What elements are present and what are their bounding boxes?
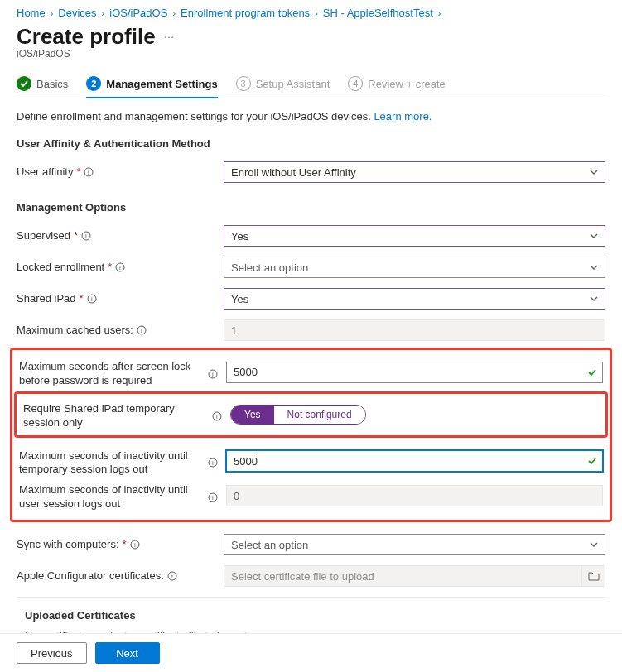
- select-value: Enroll without User Affinity: [231, 166, 356, 179]
- wizard-footer: Previous Next: [0, 633, 622, 672]
- section-user-affinity: User Affinity & Authentication Method: [17, 137, 605, 150]
- select-value: Yes: [231, 293, 248, 305]
- upload-cert-file[interactable]: Select certificate file to upload: [224, 565, 605, 587]
- label-user-affinity: User affinity* i: [17, 166, 224, 180]
- previous-button[interactable]: Previous: [17, 642, 87, 664]
- label-max-inactive-temp: Maximum seconds of inactivity until temp…: [19, 446, 226, 478]
- label-max-inactive-user: Maximum seconds of inactivity until user…: [19, 480, 226, 511]
- select-shared-ipad[interactable]: Yes: [224, 288, 605, 310]
- input-value: 5000: [234, 455, 258, 468]
- tab-management-settings[interactable]: 2 Management Settings: [86, 76, 217, 98]
- select-supervised[interactable]: Yes: [224, 225, 605, 247]
- svg-text:i: i: [216, 413, 218, 420]
- chevron-down-icon: [590, 168, 598, 176]
- crumb-ios[interactable]: iOS/iPadOS: [109, 7, 167, 19]
- info-icon[interactable]: i: [87, 294, 97, 304]
- chevron-down-icon: [590, 540, 598, 549]
- page-title: Create profile: [17, 24, 156, 50]
- label-require-temp-session: Require Shared iPad temporary session on…: [23, 399, 230, 430]
- label-locked-enrollment: Locked enrollment* i: [17, 261, 224, 275]
- input-value: 1: [231, 324, 237, 337]
- chevron-down-icon: [590, 232, 598, 240]
- svg-text:i: i: [91, 295, 93, 303]
- section-management-options: Management Options: [17, 201, 605, 214]
- upload-placeholder: Select certificate file to upload: [231, 570, 374, 583]
- check-icon: [17, 76, 31, 91]
- select-sync-with-computers[interactable]: Select an option: [224, 534, 605, 555]
- text-cursor: [258, 455, 258, 468]
- info-icon[interactable]: i: [208, 492, 218, 502]
- label-sync-with-computers: Sync with computers:* i: [17, 538, 224, 552]
- chevron-right-icon: ›: [51, 8, 54, 18]
- toggle-require-temp-session[interactable]: Yes Not configured: [230, 405, 366, 425]
- input-max-inactive-user[interactable]: 0: [226, 485, 603, 506]
- input-value: 5000: [234, 366, 258, 378]
- svg-text:i: i: [171, 573, 173, 580]
- info-icon[interactable]: i: [137, 325, 147, 335]
- svg-text:i: i: [85, 233, 87, 240]
- info-icon[interactable]: i: [115, 262, 125, 272]
- label-supervised: Supervised* i: [17, 229, 224, 243]
- label-max-cached-users: Maximum cached users: i: [17, 324, 224, 338]
- svg-text:i: i: [212, 459, 214, 467]
- crumb-home[interactable]: Home: [17, 7, 46, 19]
- info-icon[interactable]: i: [167, 571, 177, 581]
- highlighted-settings: Maximum seconds after screen lock before…: [10, 348, 612, 522]
- label-max-seconds-after-lock: Maximum seconds after screen lock before…: [19, 357, 226, 388]
- svg-text:i: i: [212, 494, 214, 502]
- select-value: Select an option: [231, 539, 308, 551]
- input-max-seconds-after-lock[interactable]: 5000: [226, 362, 603, 383]
- input-value: 0: [234, 490, 239, 502]
- svg-text:i: i: [89, 169, 90, 176]
- label-shared-ipad: Shared iPad* i: [17, 292, 224, 306]
- tab-basics[interactable]: Basics: [17, 76, 68, 98]
- tab-setup-assistant[interactable]: 3 Setup Assistant: [236, 76, 330, 98]
- toggle-option-not-configured[interactable]: Not configured: [274, 406, 365, 424]
- label-apple-configurator-certs: Apple Configurator certificates: i: [17, 569, 224, 583]
- valid-check-icon: [587, 456, 597, 466]
- crumb-tokens[interactable]: Enrollment program tokens: [181, 7, 310, 19]
- input-max-inactive-temp[interactable]: 5000: [226, 450, 603, 472]
- crumb-sh[interactable]: SH - AppleSelfhostTest: [323, 7, 433, 19]
- svg-text:i: i: [212, 371, 214, 378]
- chevron-down-icon: [590, 295, 598, 303]
- svg-text:i: i: [119, 264, 121, 271]
- info-icon[interactable]: i: [81, 231, 91, 241]
- page-subtitle: iOS/iPadOS: [17, 48, 605, 60]
- input-max-cached-users[interactable]: 1: [224, 319, 605, 341]
- svg-text:i: i: [134, 541, 136, 549]
- tab-review-create[interactable]: 4 Review + create: [348, 76, 446, 98]
- chevron-right-icon: ›: [172, 8, 176, 18]
- description-text: Define enrollment and management setting…: [17, 110, 374, 122]
- chevron-down-icon: [590, 263, 598, 271]
- learn-more-link[interactable]: Learn more.: [374, 110, 432, 122]
- info-icon[interactable]: i: [212, 411, 222, 421]
- info-icon[interactable]: i: [84, 167, 94, 177]
- select-user-affinity[interactable]: Enroll without User Affinity: [224, 161, 605, 183]
- breadcrumb: Home› Devices› iOS/iPadOS› Enrollment pr…: [17, 7, 605, 19]
- step-number-icon: 4: [348, 76, 363, 91]
- folder-icon[interactable]: [581, 566, 605, 586]
- info-icon[interactable]: i: [208, 458, 218, 468]
- select-value: Select an option: [231, 262, 308, 274]
- tab-label: Review + create: [368, 78, 446, 90]
- step-number-icon: 3: [236, 76, 251, 91]
- info-icon[interactable]: i: [130, 540, 140, 550]
- toggle-option-yes[interactable]: Yes: [231, 406, 274, 424]
- select-locked-enrollment[interactable]: Select an option: [224, 257, 605, 278]
- select-value: Yes: [231, 230, 248, 242]
- wizard-tabs: Basics 2 Management Settings 3 Setup Ass…: [17, 76, 605, 98]
- highlighted-temp-session: Require Shared iPad temporary session on…: [14, 391, 608, 438]
- crumb-devices[interactable]: Devices: [58, 7, 96, 19]
- chevron-right-icon: ›: [102, 8, 105, 18]
- svg-text:i: i: [141, 327, 142, 334]
- tab-label: Management Settings: [106, 78, 217, 90]
- valid-check-icon: [587, 367, 597, 377]
- chevron-right-icon: ›: [315, 8, 318, 18]
- more-icon[interactable]: …: [164, 28, 176, 46]
- next-button[interactable]: Next: [95, 642, 160, 664]
- info-icon[interactable]: i: [208, 369, 218, 379]
- uploaded-certificates-header: Uploaded Certificates: [17, 604, 605, 630]
- chevron-right-icon: ›: [438, 8, 441, 18]
- description: Define enrollment and management setting…: [17, 110, 605, 122]
